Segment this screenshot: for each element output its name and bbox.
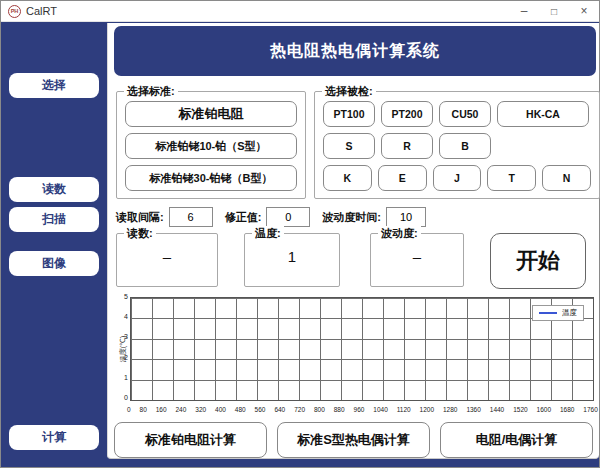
chart-y-ticks: 543210 [116,293,128,401]
standard-pt-resistance-button[interactable]: 标准铂电阻 [125,101,297,127]
sidebar-item-reading[interactable]: 读数 [9,177,99,202]
calc-standard-s-thermocouple-button[interactable]: 标准S型热电偶计算 [277,422,430,458]
subject-pt200-button[interactable]: PT200 [381,101,433,127]
subject-k-button[interactable]: K [323,165,372,191]
main-panel: 热电阻热电偶计算系统 选择标准: 标准铂电阻 标准铂铑10-铂（S型） 标准铂铑… [107,23,599,459]
sidebar-item-image[interactable]: 图像 [9,251,99,276]
start-button[interactable]: 开始 [490,233,586,289]
subject-e-button[interactable]: E [378,165,427,191]
subject-cu50-button[interactable]: CU50 [439,101,491,127]
close-button[interactable]: × [569,1,599,22]
subject-pt100-button[interactable]: PT100 [323,101,375,127]
parameter-row: 读取间隔: 修正值: 波动度时间: [116,206,426,228]
subject-group-label: 选择被检: [322,84,376,99]
fluctuation-label: 波动度: [378,226,421,241]
correction-input[interactable] [266,207,310,227]
fluctuation-time-label: 波动度时间: [322,210,381,225]
subject-j-button[interactable]: J [433,165,482,191]
subject-r-button[interactable]: R [381,133,433,159]
interval-label: 读取间隔: [116,210,164,225]
app-window: PH CalRT – □ × 选择 读数 扫描 图像 计算 热电阻热电偶计算系统… [0,0,600,468]
subject-row-1: PT100 PT200 CU50 HK-CA [323,101,591,127]
temperature-box: 温度: 1 [244,233,340,287]
app-logo-icon: PH [8,5,21,18]
subject-s-button[interactable]: S [323,133,375,159]
standard-s-type-button[interactable]: 标准铂铑10-铂（S型） [125,133,297,159]
subject-row-3: K E J T N [323,165,591,191]
subject-row-2: S R B [323,133,591,159]
window-title: CalRT [26,5,57,17]
bottom-button-row: 标准铂电阻计算 标准S型热电偶计算 电阻/电偶计算 [114,422,593,458]
titlebar: PH CalRT – □ × [1,1,599,22]
standard-b-type-button[interactable]: 标准铂铑30-铂铑（B型） [125,165,297,191]
reading-box: 读数: – [116,233,218,287]
fluctuation-box: 波动度: – [370,233,464,287]
temperature-value: 1 [245,248,339,265]
fluctuation-value: – [371,248,463,265]
sidebar-item-select[interactable]: 选择 [9,73,99,98]
fluctuation-time-input[interactable] [386,207,426,227]
calc-standard-pt-resistance-button[interactable]: 标准铂电阻计算 [114,422,267,458]
calc-resistance-thermocouple-button[interactable]: 电阻/电偶计算 [440,422,593,458]
chart-plot-area: 温度 [130,297,594,401]
maximize-button[interactable]: □ [539,1,569,22]
subject-t-button[interactable]: T [487,165,536,191]
reading-value: – [117,248,217,265]
subject-group: 选择被检: PT100 PT200 CU50 HK-CA S R B K E J… [314,91,600,199]
standard-group: 选择标准: 标准铂电阻 标准铂铑10-铂（S型） 标准铂铑30-铂铑（B型） [116,91,306,199]
temperature-label: 温度: [252,226,284,241]
subject-hkca-button[interactable]: HK-CA [497,101,589,127]
content-area: 选择 读数 扫描 图像 计算 热电阻热电偶计算系统 选择标准: 标准铂电阻 标准… [1,23,599,467]
sidebar-item-scan[interactable]: 扫描 [9,207,99,232]
standard-group-label: 选择标准: [124,84,178,99]
legend-series-label: 温度 [562,308,577,318]
subject-n-button[interactable]: N [542,165,591,191]
temperature-chart: 温度(℃) 543210 温度 080160240320400480560640… [114,294,598,416]
minimize-button[interactable]: – [509,1,539,22]
sidebar-item-calc[interactable]: 计算 [9,425,99,450]
chart-legend: 温度 [532,305,584,321]
interval-input[interactable] [169,207,213,227]
page-title: 热电阻热电偶计算系统 [114,26,596,76]
chart-x-ticks: 0801602403204004805606407208008809601040… [127,406,598,413]
legend-line-swatch [539,312,557,314]
subject-b-button[interactable]: B [439,133,491,159]
correction-label: 修正值: [225,210,262,225]
reading-label: 读数: [124,226,156,241]
